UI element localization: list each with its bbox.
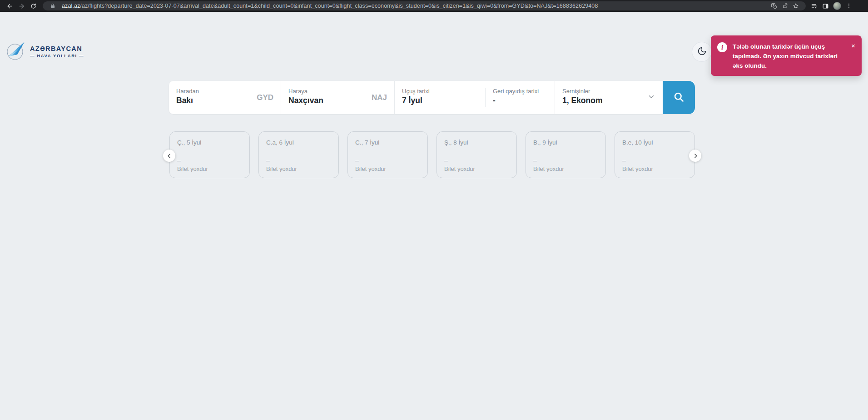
media-controls-icon[interactable] <box>808 1 820 11</box>
departure-date-label: Uçuş tarixi <box>402 88 478 95</box>
reload-icon[interactable] <box>27 1 39 11</box>
date-card-price: – <box>177 157 242 164</box>
passengers-class-field[interactable]: Sərnişinlər 1, Ekonom <box>555 81 663 114</box>
passengers-value: 1, Ekonom <box>562 96 655 105</box>
azal-logo[interactable]: AZƏRBAYCAN — HAVA YOLLARI — <box>5 39 84 64</box>
departure-date-value: 7 İyul <box>402 96 478 105</box>
chevron-left-icon <box>166 153 173 159</box>
date-card-note: Bilet yoxdur <box>177 165 242 172</box>
passengers-label: Sərnişinlər <box>562 88 655 95</box>
address-bar[interactable]: azal.az/az/flights?departure_date=2023-0… <box>43 1 806 10</box>
url-path: /az/flights?departure_date=2023-07-07&ar… <box>80 3 598 9</box>
date-card-price: – <box>355 157 420 164</box>
browser-toolbar: azal.az/az/flights?departure_date=2023-0… <box>0 0 868 12</box>
date-card[interactable]: Ş., 8 İyul – Bilet yoxdur <box>436 131 517 178</box>
date-card-price: – <box>444 157 509 164</box>
flight-search-page: AZƏRBAYCAN — HAVA YOLLARI — i Tələb olun… <box>0 12 868 420</box>
date-card[interactable]: B., 9 İyul – Bilet yoxdur <box>526 131 606 178</box>
date-card-note: Bilet yoxdur <box>266 165 331 172</box>
browser-menu-icon[interactable] <box>843 1 854 11</box>
return-date-label: Geri qayıdış tarixi <box>493 88 547 95</box>
date-card-day: Ş., 8 İyul <box>444 139 509 146</box>
date-card-note: Bilet yoxdur <box>533 165 598 172</box>
dark-mode-toggle[interactable] <box>692 42 712 62</box>
search-button[interactable] <box>663 81 695 114</box>
date-card-note: Bilet yoxdur <box>622 165 687 172</box>
lock-icon[interactable] <box>47 1 58 10</box>
date-card[interactable]: C., 7 İyul – Bilet yoxdur <box>347 131 428 178</box>
chevron-down-icon <box>647 93 655 103</box>
bookmark-star-icon[interactable] <box>790 1 801 10</box>
destination-airport-code: NAJ <box>372 93 387 102</box>
departure-date-field[interactable]: Uçuş tarixi 7 İyul <box>395 81 486 114</box>
share-icon[interactable] <box>779 1 790 10</box>
translate-icon[interactable] <box>769 1 779 10</box>
logo-airline-subtitle: — HAVA YOLLARI — <box>30 53 84 58</box>
date-card-note: Bilet yoxdur <box>444 165 509 172</box>
date-card[interactable]: C.a, 6 İyul – Bilet yoxdur <box>258 131 339 178</box>
date-card-price: – <box>266 157 331 164</box>
url-domain: azal.az <box>62 3 80 9</box>
carousel-next-button[interactable] <box>689 150 701 162</box>
url-text: azal.az/az/flights?departure_date=2023-0… <box>62 3 769 9</box>
date-cards-row: Ç., 5 İyul – Bilet yoxdur C.a, 6 İyul – … <box>169 131 695 178</box>
toast-message: Tələb olunan tarixlər üçün uçuş tapılmad… <box>733 42 855 70</box>
info-icon: i <box>717 42 727 52</box>
side-panel-icon[interactable] <box>820 1 831 11</box>
date-card[interactable]: B.e, 10 İyul – Bilet yoxdur <box>615 131 695 178</box>
search-icon <box>673 91 685 105</box>
logo-airline-name: AZƏRBAYCAN <box>30 45 84 52</box>
toast-close-button[interactable]: × <box>851 42 855 49</box>
chevron-right-icon <box>692 153 699 159</box>
date-card-day: Ç., 5 İyul <box>177 139 242 146</box>
date-card-day: C., 7 İyul <box>355 139 420 146</box>
date-card-price: – <box>622 157 687 164</box>
carousel-prev-button[interactable] <box>163 150 175 162</box>
return-date-value: - <box>493 96 547 105</box>
date-card-day: B., 9 İyul <box>533 139 598 146</box>
origin-field[interactable]: Haradan Bakı GYD <box>169 81 281 114</box>
logo-text: AZƏRBAYCAN — HAVA YOLLARI — <box>30 45 84 58</box>
back-icon[interactable] <box>4 1 15 11</box>
forward-icon[interactable] <box>15 1 27 11</box>
destination-field[interactable]: Haraya Naxçıvan NAJ <box>281 81 395 114</box>
date-card[interactable]: Ç., 5 İyul – Bilet yoxdur <box>169 131 250 178</box>
date-card-price: – <box>533 157 598 164</box>
toast-notification: i Tələb olunan tarixlər üçün uçuş tapılm… <box>711 35 862 76</box>
date-card-note: Bilet yoxdur <box>355 165 420 172</box>
return-date-field[interactable]: Geri qayıdış tarixi - <box>486 81 555 114</box>
date-card-day: B.e, 10 İyul <box>622 139 687 146</box>
moon-icon <box>697 46 707 58</box>
azal-logo-icon <box>5 39 27 64</box>
profile-avatar[interactable] <box>833 2 841 10</box>
flight-search-form: Haradan Bakı GYD Haraya Naxçıvan NAJ Uçu… <box>169 81 695 114</box>
origin-airport-code: GYD <box>257 93 273 102</box>
date-card-day: C.a, 6 İyul <box>266 139 331 146</box>
toolbar-right-icons <box>808 1 854 11</box>
